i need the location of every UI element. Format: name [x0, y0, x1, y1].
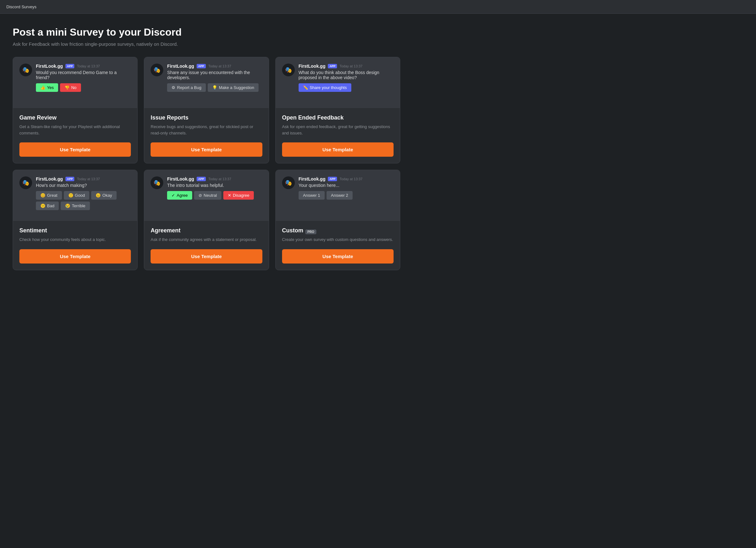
card-game-review: 🎭 FirstLook.gg APP Today at 13:37 Would … — [13, 57, 138, 163]
message-time: Today at 13:37 — [77, 177, 100, 181]
use-template-button-custom[interactable]: Use Template — [282, 249, 394, 263]
discord-btn-report-a-bug[interactable]: ⚙Report a Bug — [167, 83, 206, 92]
card-body-game-review: Game Review Get a Steam-like rating for … — [13, 108, 137, 163]
message-text: The intro tutorial was helpful. — [167, 183, 262, 188]
message-header: FirstLook.gg APP Today at 13:37 — [36, 176, 131, 181]
card-preview-open-ended: 🎭 FirstLook.gg APP Today at 13:37 What d… — [276, 57, 400, 108]
button-row: 👍Yes👎No — [36, 83, 131, 92]
btn-icon: ⊘ — [199, 193, 202, 198]
message-content: FirstLook.gg APP Today at 13:37 How's ou… — [36, 176, 131, 210]
title-bar: Discord Surveys — [0, 0, 756, 14]
card-description: Get a Steam-like rating for your Playtes… — [19, 124, 131, 136]
bot-name: FirstLook.gg — [167, 176, 194, 181]
discord-btn-make-a-suggestion[interactable]: 💡Make a Suggestion — [208, 83, 259, 92]
use-template-button-agreement[interactable]: Use Template — [151, 249, 262, 263]
message-content: FirstLook.gg APP Today at 13:37 Would yo… — [36, 64, 131, 92]
btn-icon: 😊 — [40, 193, 45, 198]
card-preview-issue-reports: 🎭 FirstLook.gg APP Today at 13:37 Share … — [144, 57, 268, 108]
card-title: Sentiment — [19, 227, 131, 234]
message-text: Share any issue you encountered with the… — [167, 70, 262, 80]
bot-avatar: 🎭 — [19, 176, 32, 189]
discord-btn-great[interactable]: 😊Great — [36, 191, 62, 199]
use-template-button-game-review[interactable]: Use Template — [19, 142, 131, 157]
button-row: ✏️Share your thoughts — [299, 83, 394, 92]
btn-label: Okay — [102, 193, 112, 198]
message-content: FirstLook.gg APP Today at 13:37 What do … — [299, 64, 394, 92]
bot-name: FirstLook.gg — [167, 64, 194, 69]
use-template-button-sentiment[interactable]: Use Template — [19, 249, 131, 263]
message-header: FirstLook.gg APP Today at 13:37 — [299, 176, 394, 181]
card-title: Custom — [282, 227, 303, 234]
app-badge: APP — [197, 64, 206, 68]
bot-avatar: 🎭 — [282, 64, 295, 76]
card-title: Game Review — [19, 114, 131, 121]
message-time: Today at 13:37 — [340, 177, 362, 181]
discord-message: 🎭 FirstLook.gg APP Today at 13:37 What d… — [282, 64, 394, 92]
btn-label: Good — [75, 193, 85, 198]
discord-btn-disagree[interactable]: ✕Disagree — [223, 191, 254, 199]
card-title: Open Ended Feedback — [282, 114, 394, 121]
message-time: Today at 13:37 — [208, 64, 231, 68]
discord-btn-answer-2[interactable]: Answer 2 — [327, 191, 353, 199]
message-time: Today at 13:37 — [77, 64, 100, 68]
button-row-1: 😊Great🙂Good😐Okay — [36, 191, 131, 199]
discord-message: 🎭 FirstLook.gg APP Today at 13:37 The in… — [151, 176, 262, 199]
message-text: What do you think about the Boss design … — [299, 70, 394, 80]
message-header: FirstLook.gg APP Today at 13:37 — [167, 64, 262, 69]
message-content: FirstLook.gg APP Today at 13:37 Share an… — [167, 64, 262, 92]
card-agreement: 🎭 FirstLook.gg APP Today at 13:37 The in… — [144, 170, 269, 270]
card-title-row: CustomPRO — [282, 227, 394, 236]
card-preview-custom: 🎭 FirstLook.gg APP Today at 13:37 Your q… — [276, 170, 400, 221]
discord-message: 🎭 FirstLook.gg APP Today at 13:37 How's … — [19, 176, 131, 210]
discord-btn-neutral[interactable]: ⊘Neutral — [194, 191, 221, 199]
btn-icon: ✓ — [172, 193, 175, 198]
message-header: FirstLook.gg APP Today at 13:37 — [299, 64, 394, 69]
pro-badge: PRO — [305, 229, 317, 234]
card-open-ended: 🎭 FirstLook.gg APP Today at 13:37 What d… — [275, 57, 400, 163]
use-template-button-open-ended[interactable]: Use Template — [282, 142, 394, 157]
card-sentiment: 🎭 FirstLook.gg APP Today at 13:37 How's … — [13, 170, 138, 270]
discord-btn-no[interactable]: 👎No — [60, 83, 81, 92]
bot-avatar: 🎭 — [19, 64, 32, 76]
button-row: ✓Agree⊘Neutral✕Disagree — [167, 191, 262, 199]
card-preview-agreement: 🎭 FirstLook.gg APP Today at 13:37 The in… — [144, 170, 268, 221]
discord-message: 🎭 FirstLook.gg APP Today at 13:37 Your q… — [282, 176, 394, 199]
card-issue-reports: 🎭 FirstLook.gg APP Today at 13:37 Share … — [144, 57, 269, 163]
btn-label: Terrible — [72, 203, 85, 208]
discord-btn-bad[interactable]: 😕Bad — [36, 201, 59, 210]
discord-message: 🎭 FirstLook.gg APP Today at 13:37 Would … — [19, 64, 131, 92]
card-title: Issue Reports — [151, 114, 262, 121]
btn-icon: ✕ — [228, 193, 231, 198]
discord-btn-share-your-thoughts[interactable]: ✏️Share your thoughts — [299, 83, 351, 92]
btn-icon: 👎 — [64, 85, 70, 90]
discord-btn-answer-1[interactable]: Answer 1 — [299, 191, 325, 199]
message-content: FirstLook.gg APP Today at 13:37 Your que… — [299, 176, 394, 199]
btn-icon: 🙂 — [68, 193, 73, 198]
discord-btn-okay[interactable]: 😐Okay — [91, 191, 116, 199]
message-content: FirstLook.gg APP Today at 13:37 The intr… — [167, 176, 262, 199]
btn-label: Bad — [47, 203, 54, 208]
message-header: FirstLook.gg APP Today at 13:37 — [36, 64, 131, 69]
cards-grid: 🎭 FirstLook.gg APP Today at 13:37 Would … — [13, 57, 400, 270]
bot-avatar: 🎭 — [151, 64, 163, 76]
main-container: Post a mini Survey to your Discord Ask f… — [0, 14, 413, 283]
discord-btn-terrible[interactable]: 😢Terrible — [61, 201, 90, 210]
btn-icon: 😐 — [96, 193, 101, 198]
btn-icon: 😢 — [65, 203, 70, 208]
discord-btn-good[interactable]: 🙂Good — [64, 191, 90, 199]
btn-label: Neutral — [204, 193, 217, 198]
use-template-button-issue-reports[interactable]: Use Template — [151, 142, 262, 157]
button-row: Answer 1Answer 2 — [299, 191, 394, 199]
btn-icon: ✏️ — [303, 85, 308, 90]
discord-btn-agree[interactable]: ✓Agree — [167, 191, 192, 199]
app-badge: APP — [197, 177, 206, 181]
bot-name: FirstLook.gg — [36, 176, 63, 181]
card-description: Ask if the community agrees with a state… — [151, 236, 262, 243]
bot-name: FirstLook.gg — [299, 64, 326, 69]
btn-icon: 💡 — [212, 85, 217, 90]
card-body-sentiment: Sentiment Check how your community feels… — [13, 221, 137, 270]
title-bar-label: Discord Surveys — [6, 4, 37, 9]
discord-btn-yes[interactable]: 👍Yes — [36, 83, 58, 92]
message-time: Today at 13:37 — [340, 64, 362, 68]
btn-icon: 😕 — [40, 203, 45, 208]
